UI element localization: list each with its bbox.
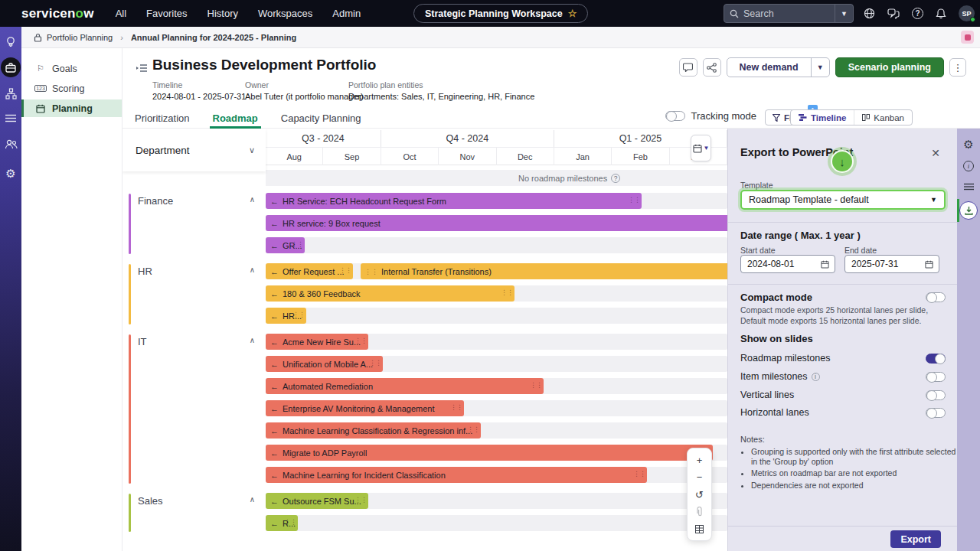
help-icon[interactable]: ? (912, 8, 923, 19)
drag-handle-icon[interactable]: ⋮⋮ (628, 196, 640, 204)
legend-grid-icon[interactable] (695, 523, 704, 535)
export-download-icon-active[interactable] (959, 201, 978, 220)
collapse-group-chevron-icon[interactable]: ∧ (250, 266, 255, 274)
start-date-input[interactable]: 2024-08-01 (740, 255, 835, 273)
drag-handle-icon[interactable]: ⋮⋮ (284, 518, 296, 526)
roadmap-bar[interactable]: ←HR service: 9 Box request (266, 215, 727, 231)
roadmap-bar[interactable]: ←R...⋮⋮ (266, 515, 298, 531)
drag-handle-icon[interactable]: ⋮⋮ (291, 240, 303, 248)
nav-favorites[interactable]: Favorites (146, 8, 187, 19)
activity-list-icon[interactable] (957, 183, 980, 191)
roadmap-bar[interactable]: ←Automated Remediation⋮⋮ (266, 378, 544, 394)
user-avatar[interactable]: SP (959, 5, 975, 21)
list-icon[interactable] (0, 114, 21, 122)
roadmap-milestones-toggle[interactable] (926, 354, 946, 364)
hierarchy-icon[interactable] (0, 88, 21, 99)
global-search[interactable]: Search ▼ (724, 4, 854, 23)
roadmap-bar[interactable]: ←Machine Learning Classification & Regre… (266, 422, 481, 439)
new-demand-button[interactable]: New demand ▼ (727, 57, 830, 77)
sidebar-item-goals[interactable]: ⚐ Goals (21, 60, 122, 77)
collapse-group-chevron-icon[interactable]: ∧ (250, 336, 255, 344)
nav-history[interactable]: History (207, 8, 238, 19)
new-demand-caret[interactable]: ▼ (811, 58, 829, 77)
close-icon[interactable]: ✕ (931, 147, 940, 159)
roadmap-bar[interactable]: ←Unification of Mobile A...⋮⋮ (266, 356, 383, 372)
view-kanban-option[interactable]: Kanban (854, 110, 912, 125)
dependency-link-icon[interactable] (696, 506, 704, 518)
sidebar-item-planning[interactable]: Planning (21, 99, 122, 117)
nav-all[interactable]: All (116, 8, 126, 19)
nav-workspaces[interactable]: Workspaces (258, 8, 312, 19)
drag-handle-icon[interactable]: ⋮⋮ (292, 311, 305, 318)
zoom-in-icon[interactable]: + (697, 454, 703, 466)
export-button[interactable]: Export (890, 530, 941, 548)
drag-handle-icon[interactable]: ⋮⋮ (354, 496, 367, 504)
comment-button[interactable] (679, 58, 697, 77)
help-circle-icon[interactable]: ? (611, 174, 620, 183)
roadmap-bar[interactable]: ←180 & 360 Feedback⋮⋮ (266, 285, 514, 302)
roadmap-bar[interactable]: ←GR...⋮⋮ (266, 237, 305, 253)
info-icon[interactable]: i (957, 161, 980, 171)
collapse-group-chevron-icon[interactable]: ∧ (250, 195, 255, 204)
search-scope-caret[interactable]: ▼ (835, 5, 853, 22)
drag-handle-icon[interactable]: ⋮⋮ (633, 470, 645, 478)
timescale-calendar-button[interactable]: ▼ (691, 135, 711, 161)
drag-handle-icon[interactable]: ⋮⋮ (369, 359, 381, 367)
scenario-planning-button[interactable]: Scenario planning (835, 57, 944, 77)
settings-gear-icon[interactable]: ⚙ (0, 167, 21, 181)
ideas-lightbulb-icon[interactable] (0, 36, 21, 48)
roadmap-bar[interactable]: ←Migrate to ADP Payroll (266, 445, 713, 461)
vertical-lines-toggle[interactable] (926, 390, 946, 400)
collapse-group-chevron-icon[interactable]: ∧ (250, 495, 255, 504)
roadmap-bar[interactable]: ←Acme New Hire Su...⋮⋮ (266, 334, 368, 350)
drag-handle-icon[interactable]: ⋮⋮ (450, 403, 462, 411)
favorite-star-icon[interactable]: ☆ (568, 8, 577, 19)
tab-capacity-planning[interactable]: Capacity Planning (281, 107, 361, 129)
roadmap-bar[interactable]: ←HR...⋮⋮ (266, 308, 306, 324)
collapse-list-icon[interactable] (136, 64, 147, 73)
compact-mode-toggle[interactable] (926, 292, 946, 302)
drag-handle-icon[interactable]: ⋮⋮ (354, 337, 367, 344)
calendar-icon[interactable] (925, 260, 933, 269)
calendar-icon[interactable] (821, 260, 829, 269)
breadcrumb-item-portfolio-planning[interactable]: Portfolio Planning (47, 33, 113, 42)
drag-handle-icon[interactable]: ⋮⋮ (467, 425, 479, 433)
chat-icon[interactable] (887, 8, 900, 19)
view-timeline-option[interactable]: Timeline (791, 110, 854, 125)
info-circle-icon[interactable]: i (812, 373, 820, 381)
servicenow-logo[interactable]: servicenow (21, 6, 94, 21)
group-by-dropdown[interactable]: Department ∨ (122, 129, 266, 171)
workspace-pill[interactable]: Strategic Planning Workspace ☆ (413, 4, 588, 23)
roadmap-bar[interactable]: ⋮⋮Internal Transfer (Transitions) (361, 263, 727, 279)
item-milestones-toggle[interactable] (926, 372, 946, 382)
portfolio-briefcase-icon-active[interactable] (1, 57, 21, 77)
drag-handle-icon[interactable]: ⋮⋮ (501, 289, 513, 296)
people-icon[interactable] (0, 139, 21, 149)
tab-prioritization[interactable]: Prioritization (135, 107, 190, 129)
roadmap-bar[interactable]: ←Offer Request ...⋮⋮ (266, 263, 353, 279)
end-date-input[interactable]: 2025-07-31 (844, 255, 939, 273)
tab-roadmap[interactable]: Roadmap (213, 107, 258, 129)
template-select[interactable]: Roadmap Template - default ▼ (740, 190, 946, 210)
app-shortcut-icon[interactable] (961, 31, 974, 44)
drag-handle-icon[interactable]: ⋮⋮ (530, 381, 542, 389)
zoom-out-icon[interactable]: − (697, 471, 703, 484)
notifications-bell-icon[interactable] (936, 8, 946, 19)
group-color-ribbon (129, 334, 131, 484)
tracking-mode-toggle[interactable] (665, 111, 685, 121)
roadmap-bar[interactable]: ←HR Service: ECH Headcount Request Form⋮… (266, 193, 642, 209)
horizontal-lanes-toggle[interactable] (926, 408, 946, 418)
roadmap-bar[interactable]: ←Enterprise AV Monitoring & Management⋮⋮ (266, 400, 464, 416)
nav-admin[interactable]: Admin (332, 8, 361, 19)
sidebar-item-scoring[interactable]: 123 Scoring (21, 80, 122, 97)
roadmap-bar[interactable]: ←Outsource FSM Su...⋮⋮ (266, 493, 368, 509)
roadmap-bar[interactable]: ←Machine Learning for Incident Classific… (266, 467, 647, 483)
share-button[interactable] (703, 58, 721, 77)
drag-handle-icon[interactable]: ⋮⋮ (364, 268, 378, 276)
more-actions-kebab-icon[interactable]: ⋮ (949, 58, 966, 77)
breadcrumb-item-current[interactable]: Annual Planning for 2024-2025 - Planning (131, 33, 296, 42)
settings-gear-icon[interactable]: ⚙ (957, 138, 980, 152)
reset-zoom-icon[interactable]: ↺ (695, 488, 704, 500)
globe-icon[interactable] (864, 8, 875, 19)
drag-handle-icon[interactable]: ⋮⋮ (339, 266, 351, 274)
